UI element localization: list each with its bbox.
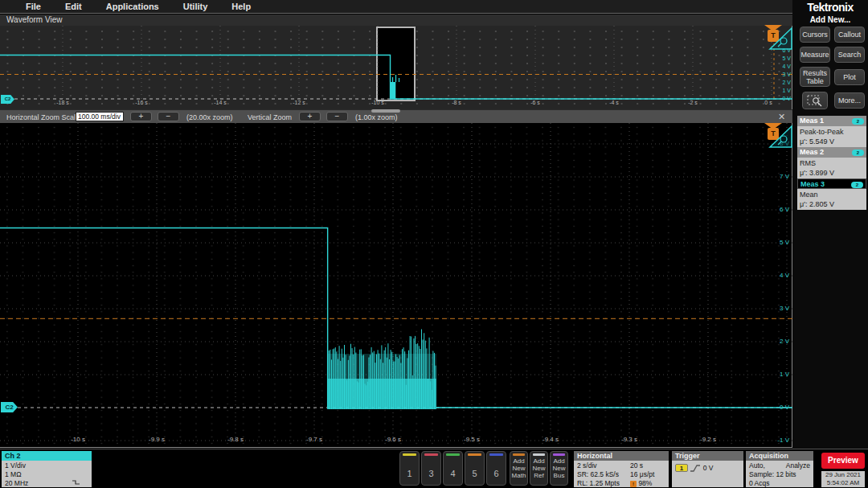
- trigger-title: Trigger: [672, 451, 743, 461]
- meas-type: RMS: [800, 159, 816, 167]
- menu-applications[interactable]: Applications: [106, 2, 159, 11]
- magnifier-icon[interactable]: [765, 27, 792, 51]
- main-time-label: -9.4 s: [534, 436, 567, 443]
- add-new-math-button[interactable]: Add New Math: [510, 451, 528, 486]
- ch2-scale: 1 V/div: [5, 461, 26, 470]
- meas-value: μ': 5.549 V: [800, 137, 834, 146]
- add-new-bus-button[interactable]: Add New Bus: [550, 451, 568, 486]
- channel-5-button[interactable]: 5: [465, 451, 485, 486]
- results-table-button[interactable]: Results Table: [800, 67, 830, 87]
- warning-icon: !: [630, 481, 637, 487]
- channel-color-stripe: [468, 453, 481, 456]
- main-volt-label: 1 V: [764, 371, 789, 378]
- settings-bar: Ch 2 1 V/div 1 MΩ 20 MHz 1 3 4 5 6: [0, 449, 868, 488]
- overview-time-label: -12 s: [285, 100, 313, 105]
- menu-utility[interactable]: Utility: [183, 2, 208, 11]
- ch2-bandwidth: 20 MHz: [5, 479, 28, 487]
- h-scale: 2 s/div: [577, 461, 597, 470]
- main-time-label: -9.8 s: [219, 436, 252, 443]
- channel-1-button[interactable]: 1: [399, 451, 420, 486]
- overview-volt-label: 1 V: [770, 88, 791, 93]
- h-zoom-plus-button[interactable]: +: [130, 112, 152, 121]
- h-position: 98%: [638, 479, 652, 487]
- overview-volt-label: 0 V: [770, 96, 791, 101]
- menu-edit[interactable]: Edit: [65, 2, 82, 11]
- main-time-label: -9.3 s: [613, 436, 645, 443]
- main-volt-label: 5 V: [764, 239, 789, 246]
- meas-name: Meas 1: [800, 117, 824, 125]
- acquisition-badge[interactable]: Acquisition Auto,Analyze Sample: 12 bits…: [746, 451, 813, 487]
- channel-color-stripe: [403, 453, 416, 456]
- oscilloscope-app: File Edit Applications Utility Help Wave…: [0, 0, 868, 488]
- overview-time-label: -16 s: [127, 100, 156, 105]
- h-zoom-scale-input[interactable]: [76, 112, 124, 121]
- v-zoom-factor: (1.00x zoom): [355, 113, 398, 121]
- channel-4-button[interactable]: 4: [443, 451, 463, 486]
- box-zoom-button[interactable]: [802, 92, 828, 109]
- bandwidth-icon: [72, 479, 80, 486]
- v-zoom-minus-button[interactable]: −: [326, 112, 348, 121]
- v-zoom-plus-button[interactable]: +: [299, 112, 321, 121]
- meas-source-badge: 2: [852, 150, 864, 156]
- callout-button[interactable]: Callout: [834, 27, 865, 43]
- meas-name: Meas 2: [800, 148, 824, 156]
- overview-time-label: -8 s: [442, 100, 471, 105]
- channel-6-button[interactable]: 6: [486, 451, 506, 486]
- overview-time-label: -6 s: [521, 100, 550, 105]
- trigger-level: 0 V: [703, 464, 714, 472]
- measurement-badge-2[interactable]: Meas 2 2 RMS μ': 3.899 V: [797, 147, 866, 178]
- acq-count: 0 Acqs: [749, 479, 810, 488]
- measurement-badge-3[interactable]: Meas 3 2 Mean μ': 2.805 V: [797, 178, 866, 210]
- overview-time-label: -2 s: [678, 100, 707, 105]
- search-button[interactable]: Search: [834, 47, 865, 63]
- trigger-source-chip: 1: [675, 464, 688, 472]
- meas-value: μ': 3.899 V: [800, 169, 834, 177]
- plot-button[interactable]: Plot: [834, 69, 865, 85]
- main-waveform: [0, 123, 792, 448]
- more-button[interactable]: More...: [834, 92, 865, 109]
- main-volt-label: 6 V: [764, 206, 789, 213]
- overview-volt-label: 4 V: [770, 64, 791, 69]
- magnifier-icon[interactable]: [765, 125, 792, 149]
- waveform-view-tab[interactable]: Waveform View: [0, 14, 792, 26]
- horizontal-title: Horizontal: [574, 451, 669, 461]
- ref-color-stripe: [533, 453, 545, 456]
- meas-source-badge: 2: [852, 118, 864, 125]
- cursors-button[interactable]: Cursors: [800, 27, 830, 43]
- menu-bar: File Edit Applications Utility Help: [0, 0, 792, 14]
- meas-name: Meas 3: [800, 180, 825, 188]
- channel-2-badge[interactable]: Ch 2 1 V/div 1 MΩ 20 MHz: [2, 451, 92, 487]
- main-time-label: -9.9 s: [141, 436, 173, 443]
- meas-source-badge: 2: [851, 182, 863, 188]
- h-duration: 20 s: [630, 461, 665, 470]
- h-zoom-minus-button[interactable]: −: [158, 112, 179, 121]
- measure-button[interactable]: Measure: [800, 47, 830, 63]
- splitter-handle[interactable]: [371, 109, 400, 113]
- close-zoom-icon[interactable]: ✕: [778, 112, 785, 122]
- main-time-label: -9.2 s: [692, 436, 724, 443]
- preview-button[interactable]: Preview: [821, 453, 865, 469]
- menu-file[interactable]: File: [26, 2, 41, 11]
- acq-mode: Auto,: [749, 461, 765, 470]
- overview-volt-label: 5 V: [770, 55, 791, 61]
- h-sample-rate: SR: 62.5 kS/s: [577, 470, 619, 479]
- horizontal-badge[interactable]: Horizontal 2 s/div20 s SR: 62.5 kS/s16 μ…: [574, 451, 669, 487]
- add-new-ref-button[interactable]: Add New Ref: [530, 451, 548, 486]
- bus-color-stripe: [553, 453, 565, 456]
- meas-type: Mean: [800, 191, 818, 199]
- channel-3-button[interactable]: 3: [421, 451, 441, 486]
- main-time-label: -9.7 s: [298, 436, 330, 443]
- meas-type: Peak-to-Peak: [800, 128, 844, 136]
- overview-time-label: -4 s: [600, 100, 628, 105]
- tektronix-logo: Tektronix: [792, 1, 868, 14]
- overview-plot[interactable]: -18 s -16 s -14 s -12 s -10 s -8 s -6 s …: [0, 26, 792, 109]
- meas-value: μ': 2.805 V: [800, 200, 834, 208]
- main-zoom-plot[interactable]: -10 s -9.9 s -9.8 s -9.7 s -9.6 s -9.5 s…: [0, 123, 792, 448]
- ch2-impedance: 1 MΩ: [5, 470, 22, 478]
- menu-help[interactable]: Help: [231, 2, 251, 11]
- main-time-label: -9.5 s: [456, 436, 488, 443]
- trigger-badge[interactable]: Trigger 1 0 V: [672, 451, 743, 487]
- channel-color-stripe: [446, 453, 460, 456]
- main-time-label: -9.6 s: [377, 436, 409, 443]
- measurement-badge-1[interactable]: Meas 1 2 Peak-to-Peak μ': 5.549 V: [797, 116, 866, 147]
